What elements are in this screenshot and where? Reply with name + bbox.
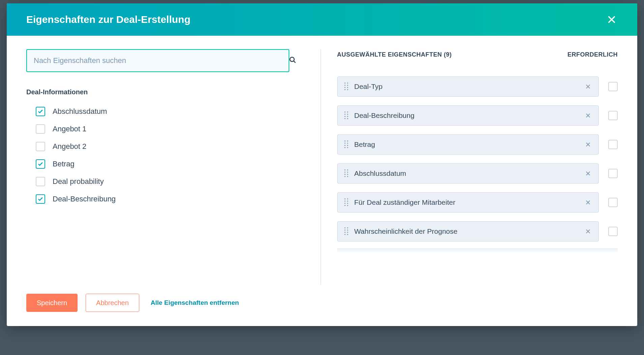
modal-title: Eigenschaften zur Deal-Erstellung xyxy=(26,14,191,25)
svg-point-12 xyxy=(347,114,348,115)
selected-item[interactable]: Betrag xyxy=(337,134,599,155)
left-panel: Deal-Informationen AbschlussdatumAngebot… xyxy=(7,49,321,285)
svg-point-20 xyxy=(347,142,348,143)
selected-item[interactable]: Deal-Beschreibung xyxy=(337,105,599,126)
remove-item-button[interactable] xyxy=(584,111,592,120)
svg-point-18 xyxy=(347,140,348,141)
svg-point-38 xyxy=(347,203,348,204)
remove-item-button[interactable] xyxy=(584,227,592,236)
required-checkbox[interactable] xyxy=(608,169,618,178)
svg-point-39 xyxy=(344,205,345,206)
property-list: AbschlussdatumAngebot 1Angebot 2BetragDe… xyxy=(26,103,307,208)
property-checkbox[interactable] xyxy=(36,124,45,134)
required-checkbox[interactable] xyxy=(608,198,618,207)
property-label: Betrag xyxy=(53,160,75,168)
selected-row: Deal-Typ xyxy=(337,76,618,97)
svg-point-19 xyxy=(344,142,345,143)
svg-point-14 xyxy=(347,116,348,117)
svg-point-40 xyxy=(347,205,348,206)
property-checkbox[interactable] xyxy=(36,107,45,116)
search-wrap xyxy=(26,49,307,72)
selected-item[interactable]: Abschlussdatum xyxy=(337,163,599,184)
required-checkbox[interactable] xyxy=(608,140,618,149)
remove-item-button[interactable] xyxy=(584,169,592,178)
modal-body: Deal-Informationen AbschlussdatumAngebot… xyxy=(7,36,637,285)
svg-point-24 xyxy=(347,147,348,148)
section-title: Deal-Informationen xyxy=(26,88,307,96)
selected-item-label: Betrag xyxy=(354,140,584,149)
svg-point-16 xyxy=(347,118,348,119)
property-checkbox[interactable] xyxy=(36,194,45,204)
close-button[interactable] xyxy=(606,13,618,26)
selected-item-label: Für Deal zuständiger Mitarbeiter xyxy=(354,198,584,206)
svg-point-23 xyxy=(344,147,345,148)
modal: Eigenschaften zur Deal-Erstellung Deal-I… xyxy=(7,3,637,326)
svg-point-33 xyxy=(344,198,345,199)
selected-list: Deal-TypDeal-BeschreibungBetragAbschluss… xyxy=(337,76,618,241)
svg-point-15 xyxy=(344,118,345,119)
selected-row: Abschlussdatum xyxy=(337,163,618,184)
svg-point-29 xyxy=(344,174,345,175)
required-checkbox[interactable] xyxy=(608,111,618,120)
property-checkbox[interactable] xyxy=(36,177,45,186)
selected-row: Wahrscheinlichkeit der Prognose xyxy=(337,221,618,241)
svg-point-46 xyxy=(347,232,348,233)
svg-point-3 xyxy=(344,85,345,86)
svg-point-36 xyxy=(347,200,348,201)
svg-point-8 xyxy=(347,89,348,90)
svg-point-37 xyxy=(344,203,345,204)
scroll-indicator xyxy=(337,248,618,253)
property-label: Angebot 1 xyxy=(53,125,86,133)
required-checkbox[interactable] xyxy=(608,82,618,91)
required-checkbox[interactable] xyxy=(608,227,618,236)
svg-point-44 xyxy=(347,229,348,230)
selected-row: Für Deal zuständiger Mitarbeiter xyxy=(337,192,618,213)
property-label: Angebot 2 xyxy=(53,142,86,151)
property-item: Deal probability xyxy=(26,173,307,190)
selected-item[interactable]: Für Deal zuständiger Mitarbeiter xyxy=(337,192,599,213)
property-label: Deal probability xyxy=(53,177,104,186)
svg-point-7 xyxy=(344,89,345,90)
close-icon xyxy=(607,15,616,24)
selected-item-label: Deal-Typ xyxy=(354,83,584,91)
remove-item-button[interactable] xyxy=(584,82,592,91)
svg-point-27 xyxy=(344,171,345,172)
save-button[interactable]: Speichern xyxy=(26,294,78,312)
drag-handle-icon[interactable] xyxy=(344,169,349,178)
svg-point-6 xyxy=(347,87,348,88)
svg-point-47 xyxy=(344,234,345,235)
modal-header: Eigenschaften zur Deal-Erstellung xyxy=(7,3,637,36)
cancel-button[interactable]: Abbrechen xyxy=(86,294,139,312)
remove-item-button[interactable] xyxy=(584,198,592,207)
search-input[interactable] xyxy=(26,49,289,72)
drag-handle-icon[interactable] xyxy=(344,111,349,120)
remove-item-button[interactable] xyxy=(584,140,592,149)
selected-count-label: AUSGEWÄHLTE EIGENSCHAFTEN (9) xyxy=(337,51,452,58)
drag-handle-icon[interactable] xyxy=(344,227,349,236)
property-item: Angebot 2 xyxy=(26,138,307,155)
svg-point-26 xyxy=(347,169,348,170)
svg-point-21 xyxy=(344,145,345,146)
property-checkbox[interactable] xyxy=(36,142,45,151)
svg-point-13 xyxy=(344,116,345,117)
svg-point-48 xyxy=(347,234,348,235)
property-item: Betrag xyxy=(26,155,307,173)
right-panel: AUSGEWÄHLTE EIGENSCHAFTEN (9) ERFORDERLI… xyxy=(321,49,638,285)
svg-point-22 xyxy=(347,145,348,146)
drag-handle-icon[interactable] xyxy=(344,82,349,91)
svg-point-17 xyxy=(344,140,345,141)
svg-point-42 xyxy=(347,227,348,228)
svg-point-34 xyxy=(347,198,348,199)
drag-handle-icon[interactable] xyxy=(344,140,349,149)
drag-handle-icon[interactable] xyxy=(344,198,349,207)
svg-point-41 xyxy=(344,227,345,228)
property-checkbox[interactable] xyxy=(36,159,45,169)
right-header: AUSGEWÄHLTE EIGENSCHAFTEN (9) ERFORDERLI… xyxy=(337,49,618,58)
selected-item[interactable]: Deal-Typ xyxy=(337,76,599,97)
selected-item[interactable]: Wahrscheinlichkeit der Prognose xyxy=(337,221,599,241)
property-label: Abschlussdatum xyxy=(53,107,107,116)
svg-point-32 xyxy=(347,176,348,177)
remove-all-link[interactable]: Alle Eigenschaften entfernen xyxy=(151,299,239,306)
svg-point-1 xyxy=(344,83,345,84)
svg-point-35 xyxy=(344,200,345,201)
